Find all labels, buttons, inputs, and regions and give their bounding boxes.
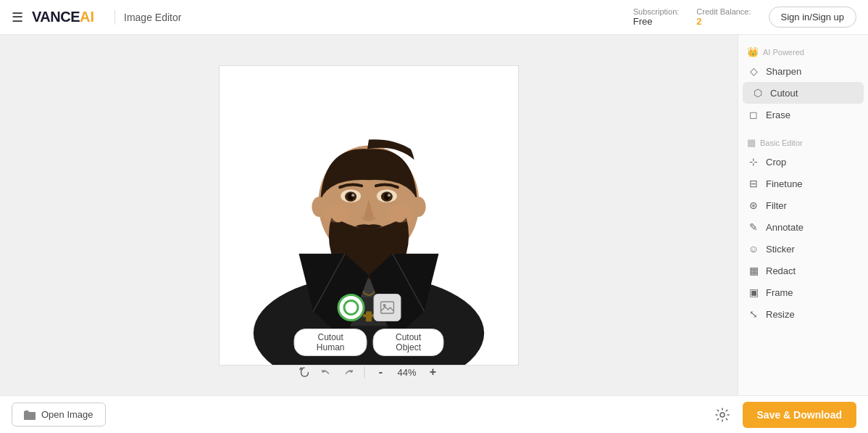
- crop-icon: ⊹: [747, 156, 760, 168]
- cutout-human-button[interactable]: Cutout Human: [294, 329, 367, 356]
- redo-button[interactable]: [340, 363, 357, 381]
- svg-rect-25: [380, 302, 393, 313]
- sidebar-item-crop[interactable]: ⊹ Crop: [738, 151, 868, 173]
- menu-icon[interactable]: ☰: [12, 9, 23, 25]
- history-back-button[interactable]: [296, 363, 314, 381]
- cutout-mode-icon[interactable]: [337, 294, 364, 321]
- save-download-button[interactable]: Save & Download: [743, 402, 856, 428]
- finetune-label: Finetune: [766, 178, 803, 189]
- header-title: Image Editor: [124, 12, 181, 23]
- sharpen-icon: ◇: [747, 65, 760, 77]
- sidebar-item-redact[interactable]: ▦ Redact: [738, 260, 868, 281]
- settings-icon: [715, 408, 730, 422]
- folder-icon: [24, 410, 36, 420]
- sidebar-item-frame[interactable]: ▣ Frame: [738, 281, 868, 303]
- sidebar-item-sticker[interactable]: ☺ Sticker: [738, 238, 868, 260]
- sidebar-item-finetune[interactable]: ⊟ Finetune: [738, 173, 868, 194]
- redact-icon: ▦: [747, 265, 760, 276]
- sidebar-item-sharpen[interactable]: ◇ Sharpen: [738, 60, 868, 82]
- finetune-icon: ⊟: [747, 178, 760, 189]
- svg-point-9: [312, 197, 326, 217]
- frame-icon: ▣: [747, 286, 760, 298]
- annotate-icon: ✎: [747, 221, 760, 233]
- annotate-label: Annotate: [766, 222, 804, 233]
- header-divider: [114, 10, 115, 25]
- svg-point-18: [388, 194, 391, 197]
- filter-label: Filter: [766, 200, 787, 211]
- header: ☰ VANCEAI Image Editor Subscription: Fre…: [0, 0, 868, 35]
- sidebar-item-filter[interactable]: ⊛ Filter: [738, 194, 868, 216]
- erase-label: Erase: [766, 110, 790, 120]
- svg-point-27: [720, 413, 725, 417]
- resize-icon: ⤡: [747, 308, 760, 320]
- credit-info: Credit Balance: 2: [696, 7, 751, 27]
- erase-icon: ◻: [747, 109, 760, 120]
- subscription-label: Subscription:: [633, 7, 680, 16]
- logo: VANCEAI: [32, 9, 94, 25]
- crop-label: Crop: [766, 157, 786, 168]
- settings-button[interactable]: [709, 402, 735, 428]
- subscription-info: Subscription: Free: [633, 7, 680, 27]
- redact-label: Redact: [766, 265, 796, 276]
- svg-point-10: [412, 197, 426, 217]
- basic-editor-label: ▦ Basic Editor: [738, 131, 868, 151]
- svg-point-17: [351, 194, 354, 197]
- sign-in-button[interactable]: Sign in/Sign up: [769, 7, 856, 28]
- image-mode-icon[interactable]: [373, 294, 401, 321]
- filter-icon: ⊛: [747, 199, 760, 211]
- bottom-toolbar: Cutout Human Cutout Object: [294, 294, 444, 381]
- cutout-object-button[interactable]: Cutout Object: [373, 329, 444, 356]
- svg-point-20: [388, 205, 414, 223]
- undo-button[interactable]: [318, 363, 335, 381]
- svg-point-19: [324, 205, 350, 223]
- cutout-icon: ⬡: [751, 87, 764, 99]
- sidebar-item-annotate[interactable]: ✎ Annotate: [738, 216, 868, 238]
- canvas-area: Cutout Human Cutout Object: [0, 35, 738, 395]
- sticker-label: Sticker: [766, 244, 795, 255]
- ai-powered-label: 👑 AI Powered: [738, 41, 868, 60]
- zoom-value: 44%: [394, 367, 420, 378]
- cutout-label: Cutout: [770, 88, 798, 99]
- credit-label: Credit Balance:: [696, 7, 751, 16]
- canvas-wrapper: Cutout Human Cutout Object: [219, 35, 519, 395]
- sidebar-item-cutout[interactable]: ⬡ Cutout: [743, 82, 864, 104]
- main-area: Cutout Human Cutout Object: [0, 35, 868, 395]
- header-right: Subscription: Free Credit Balance: 2 Sig…: [633, 7, 856, 28]
- open-image-button[interactable]: Open Image: [12, 403, 106, 426]
- zoom-separator: [364, 366, 365, 378]
- sticker-icon: ☺: [747, 243, 760, 255]
- sharpen-label: Sharpen: [766, 66, 801, 77]
- frame-label: Frame: [766, 287, 793, 298]
- open-image-label: Open Image: [41, 409, 93, 420]
- zoom-minus-button[interactable]: -: [372, 363, 390, 381]
- footer-right: Save & Download: [709, 402, 856, 428]
- logo-vance: VANCE: [32, 9, 80, 25]
- resize-label: Resize: [766, 309, 795, 320]
- subscription-value: Free: [633, 16, 653, 27]
- sidebar-item-resize[interactable]: ⤡ Resize: [738, 303, 868, 325]
- cutout-type-buttons: Cutout Human Cutout Object: [294, 329, 444, 356]
- logo-ai: AI: [80, 9, 94, 25]
- footer: Open Image Save & Download: [0, 395, 868, 433]
- right-sidebar: 👑 AI Powered ◇ Sharpen ⬡ Cutout ◻ Erase …: [738, 35, 868, 395]
- sidebar-item-erase[interactable]: ◻ Erase: [738, 104, 868, 125]
- zoom-controls: - 44% +: [296, 363, 442, 381]
- credit-value: 2: [696, 16, 701, 27]
- zoom-plus-button[interactable]: +: [425, 363, 442, 381]
- tool-mode-icons: [337, 294, 401, 321]
